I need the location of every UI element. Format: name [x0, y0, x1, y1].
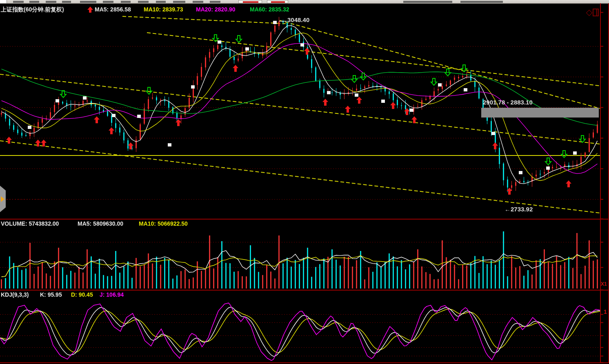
kdj-j-value: J: 106.94 — [100, 291, 124, 298]
kdj-k-value: K: 95.95 — [40, 291, 62, 298]
peak-price-annotation: 3048.40 — [287, 16, 309, 23]
low-price-annotation: ←2733.92 — [505, 206, 533, 213]
main-chart-title-row: 上证指数(60分钟.前复权) MA5: 2856.58 MA10: 2839.7… — [0, 6, 3, 13]
up-arrow-icon — [87, 7, 93, 13]
expand-arrow-icon — [1, 196, 4, 202]
bottom-border — [0, 362, 609, 363]
menu-item[interactable] — [103, 1, 113, 3]
menu-button-red-2[interactable] — [267, 0, 288, 3]
ma5-value: MA5: 2856.58 — [95, 6, 131, 13]
symbol-title: 上证指数(60分钟.前复权) — [1, 6, 64, 13]
menu-item[interactable] — [156, 1, 166, 3]
menu-item[interactable] — [80, 1, 96, 3]
gap-zone-band — [481, 108, 599, 118]
menu-item[interactable] — [173, 1, 185, 3]
volume-chart[interactable] — [0, 220, 600, 289]
menu-item[interactable] — [62, 1, 71, 3]
volume-value: VOLUME: 5743832.00 — [1, 220, 59, 227]
menu-item[interactable] — [13, 1, 24, 3]
kdj-chart[interactable] — [0, 291, 600, 362]
menu-item[interactable] — [193, 1, 203, 3]
volume-ma10: MA10: 5066922.50 — [139, 220, 188, 227]
app-icon — [0, 0, 7, 3]
menu-item[interactable] — [121, 1, 131, 3]
menu-item[interactable] — [29, 1, 39, 3]
menu-status-text — [403, 1, 452, 3]
gap-range-annotation: 2901.78 - 2883.10 — [483, 99, 533, 106]
menu-item[interactable] — [210, 1, 220, 3]
ma20-value: MA20: 2820.90 — [196, 6, 236, 13]
kdj-title-row: KDJ(9,3,3) K: 95.95 D: 90.45 J: 106.94 — [0, 291, 3, 299]
menu-item[interactable] — [46, 1, 56, 3]
ma60-value: MA60: 2835.32 — [250, 6, 289, 13]
volume-scale-label: X1 — [601, 281, 607, 287]
kdj-d-value: D: 90.45 — [71, 291, 93, 298]
kdj-scale-label: 1 — [604, 309, 607, 315]
volume-ma5: MA5: 5809630.00 — [78, 220, 123, 227]
menu-item[interactable] — [138, 1, 149, 3]
kdj-label: KDJ(9,3,3) — [1, 291, 29, 298]
restore-window-icon[interactable] — [593, 9, 599, 16]
menu-status-text — [460, 1, 503, 3]
trading-app-window: { "main_chart": { "title": "上证指数(60分钟.前复… — [0, 0, 609, 364]
volume-title-row: VOLUME: 5743832.00 MA5: 5809630.00 MA10:… — [0, 220, 3, 228]
menu-button-red-1[interactable] — [238, 0, 262, 3]
ma10-value: MA10: 2839.73 — [144, 6, 183, 13]
